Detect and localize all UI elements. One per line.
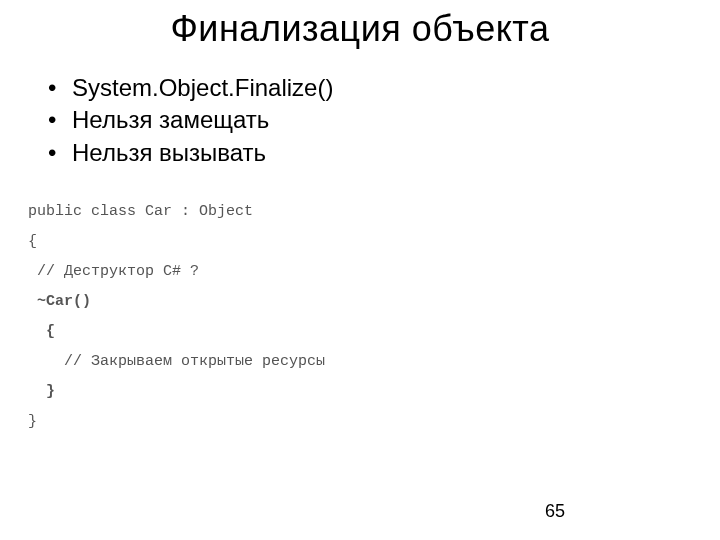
code-line: // Деструктор С# ? — [28, 263, 199, 280]
code-line: public class Car : Object — [28, 203, 253, 220]
bullet-list: System.Object.Finalize() Нельзя замещать… — [48, 72, 692, 169]
bullet-item: Нельзя вызывать — [48, 137, 692, 169]
slide-title: Финализация объекта — [28, 8, 692, 50]
code-line-bold: { — [28, 323, 55, 340]
code-block: public class Car : Object { // Деструкто… — [28, 197, 692, 437]
bullet-item: System.Object.Finalize() — [48, 72, 692, 104]
code-line-bold: ~Car() — [28, 293, 91, 310]
code-line: } — [28, 413, 37, 430]
code-line: // Закрываем открытые ресурсы — [28, 353, 325, 370]
page-number: 65 — [545, 501, 565, 522]
code-line-bold: } — [28, 383, 55, 400]
bullet-item: Нельзя замещать — [48, 104, 692, 136]
code-line: { — [28, 233, 37, 250]
